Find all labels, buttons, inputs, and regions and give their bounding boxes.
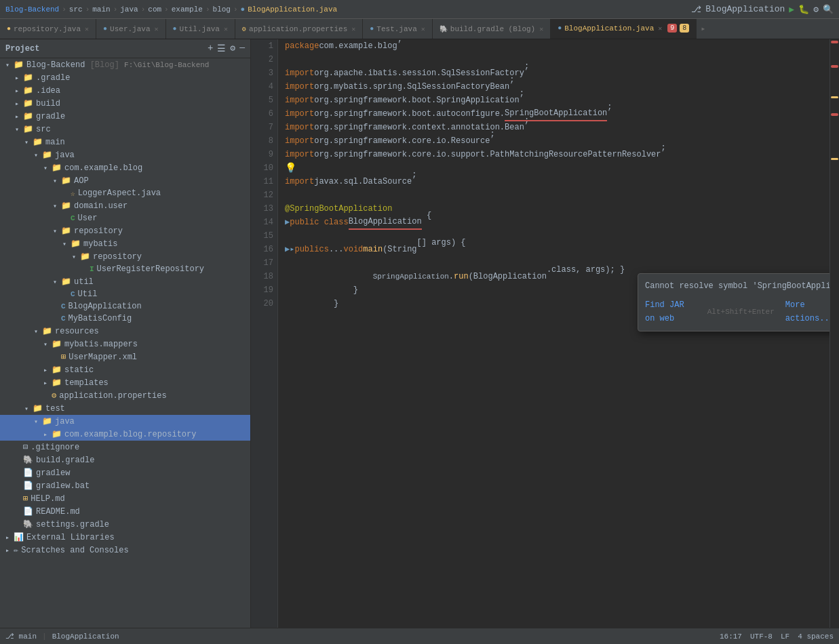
breadcrumb-src[interactable]: src <box>69 5 83 14</box>
sidebar-settings-icon[interactable]: ⚙ <box>230 43 235 54</box>
tree-label-resources: resources <box>55 327 99 336</box>
breadcrumb-example[interactable]: example <box>172 5 203 14</box>
breadcrumb-project[interactable]: Blog-Backend <box>5 5 59 14</box>
tree-item-build[interactable]: ▸ 📁 build <box>0 97 250 110</box>
settings-icon[interactable]: ⚙ <box>813 4 819 15</box>
tree-item-user-mapper[interactable]: ▸ ⊞ UserMapper.xml <box>0 350 250 363</box>
tree-item-main[interactable]: ▾ 📁 main <box>0 136 250 148</box>
tree-item-gradlew-bat[interactable]: ▸ 📄 gradlew.bat <box>0 479 250 492</box>
tree-item-help-md[interactable]: ▸ ⊞ HELP.md <box>0 492 250 505</box>
status-indent[interactable]: 4 spaces <box>798 632 834 641</box>
tree-arrow-root: ▾ <box>3 61 12 69</box>
tree-item-blog-application[interactable]: ▸ C BlogApplication <box>0 300 250 313</box>
tab-close-blogapp[interactable]: ✕ <box>658 24 662 33</box>
tree-item-user-class[interactable]: ▸ C User <box>0 212 250 224</box>
debug-button[interactable]: 🐛 <box>798 4 809 15</box>
status-encoding[interactable]: UTF-8 <box>750 632 773 641</box>
tree-item-readme-md[interactable]: ▸ 📄 README.md <box>0 505 250 518</box>
tree-item-util-folder[interactable]: ▾ 📁 util <box>0 275 250 288</box>
breadcrumb-sep6: › <box>206 5 210 14</box>
tree-item-src[interactable]: ▾ 📁 src <box>0 123 250 136</box>
tree-item-gradle-dir[interactable]: ▸ 📁 .gradle <box>0 71 250 84</box>
tree-item-root[interactable]: ▾ 📁 Blog-Backend [Blog] F:\Git\Blog-Back… <box>0 58 250 71</box>
tree-item-templates[interactable]: ▸ 📁 templates <box>0 376 250 389</box>
tab-close-gradle[interactable]: ✕ <box>539 25 543 33</box>
tab-user[interactable]: ● User.java ✕ <box>96 19 165 39</box>
tree-item-resources[interactable]: ▾ 📁 resources <box>0 325 250 338</box>
tree-item-mybatis-mappers[interactable]: ▾ 📁 mybatis.mappers <box>0 338 250 350</box>
icon-user-mapper-xml: ⊞ <box>61 352 66 362</box>
tree-label-idea: .idea <box>36 86 60 96</box>
status-line-col[interactable]: 16:17 <box>720 632 742 641</box>
tree-label-repo-sub: repository <box>93 252 142 262</box>
breadcrumb-filename[interactable]: BlogApplication.java <box>248 5 337 14</box>
tree-item-gradlew[interactable]: ▸ 📄 gradlew <box>0 466 250 479</box>
tree-item-gradle[interactable]: ▸ 📁 gradle <box>0 110 250 123</box>
tab-label-repository: repository.java <box>14 25 81 33</box>
tree-item-repository-sub[interactable]: ▾ 📁 repository <box>0 250 250 263</box>
tree-item-domain-user[interactable]: ▾ 📁 domain.user <box>0 199 250 212</box>
sidebar-add-icon[interactable]: + <box>208 43 213 54</box>
breadcrumb-java[interactable]: java <box>120 5 138 14</box>
tab-blog-application[interactable]: ● BlogApplication.java ✕ 9 8 <box>551 19 697 39</box>
tree-item-com-example-blog[interactable]: ▾ 📁 com.example.blog <box>0 161 250 174</box>
icon-gradlew-bat: 📄 <box>23 481 33 491</box>
icon-util-class: C <box>71 290 75 298</box>
tree-item-java[interactable]: ▾ 📁 java <box>0 148 250 161</box>
run-config[interactable]: BlogApplication <box>705 4 785 14</box>
status-branch[interactable]: ⎇ main <box>5 632 37 641</box>
sidebar-collapse-icon[interactable]: ☰ <box>217 43 226 54</box>
tab-close-util[interactable]: ✕ <box>224 25 228 33</box>
tab-application-properties[interactable]: ⚙ application.properties ✕ <box>235 19 363 39</box>
tree-item-test[interactable]: ▾ 📁 test <box>0 402 250 415</box>
breadcrumb-blog[interactable]: blog <box>213 5 231 14</box>
tree-item-test-repo[interactable]: ▸ 📁 com.example.blog.repository <box>0 428 250 441</box>
tree-item-scratches[interactable]: ▸ ✏ Scratches and Consoles <box>0 544 250 557</box>
breadcrumb: Blog-Backend › src › main › java › com ›… <box>5 5 691 14</box>
tab-build-gradle[interactable]: 🐘 build.gradle (Blog) ✕ <box>433 19 551 39</box>
folder-icon-test-repo: 📁 <box>52 429 62 439</box>
tab-test[interactable]: ● Test.java ✕ <box>363 19 432 39</box>
breadcrumb-com[interactable]: com <box>148 5 161 14</box>
tree-item-util-class[interactable]: ▸ C Util <box>0 288 250 300</box>
find-jar-link[interactable]: Find JAR on web <box>645 298 697 325</box>
folder-icon-mybatis: 📁 <box>71 239 81 249</box>
tree-item-build-gradle[interactable]: ▸ 🐘 build.gradle <box>0 454 250 466</box>
sidebar-minimize-icon[interactable]: — <box>239 43 245 54</box>
tree-item-app-properties[interactable]: ▸ ⚙ application.properties <box>0 389 250 402</box>
tab-close-repository[interactable]: ✕ <box>85 25 89 33</box>
tab-util[interactable]: ● Util.java ✕ <box>166 19 235 39</box>
tab-scroll-right[interactable]: ▸ <box>697 19 709 39</box>
status-line-ending[interactable]: LF <box>781 632 789 641</box>
tab-label-gradle: build.gradle (Blog) <box>450 25 535 33</box>
tree-item-repository-folder[interactable]: ▾ 📁 repository <box>0 224 250 237</box>
git-icon[interactable]: ⎇ <box>691 4 701 15</box>
breadcrumb-sep5: › <box>164 5 169 14</box>
tree-item-static[interactable]: ▸ 📁 static <box>0 363 250 376</box>
breadcrumb-main[interactable]: main <box>92 5 110 14</box>
tree-item-idea[interactable]: ▸ 📁 .idea <box>0 84 250 97</box>
tree-item-aop[interactable]: ▾ 📁 AOP <box>0 174 250 187</box>
tree-item-user-register-repo[interactable]: ▸ I UserRegisterRepository <box>0 263 250 275</box>
tab-close-appprops[interactable]: ✕ <box>351 25 355 33</box>
tab-repository[interactable]: ● repository.java ✕ <box>0 19 96 39</box>
code-line-7: import org.springframework.context.annot… <box>285 121 830 134</box>
tab-close-user[interactable]: ✕ <box>155 25 159 33</box>
tree-item-external-libs[interactable]: ▸ 📊 External Libraries <box>0 531 250 544</box>
tree-item-mybatis[interactable]: ▾ 📁 mybatis <box>0 237 250 250</box>
tab-close-test[interactable]: ✕ <box>421 25 425 33</box>
tree-label-java: java <box>55 150 75 160</box>
tree-item-test-java[interactable]: ▾ 📁 java <box>0 415 250 428</box>
tree-item-gitignore[interactable]: ▸ ⊟ .gitignore <box>0 441 250 454</box>
code-editor[interactable]: package com.example.blog; import org.apa… <box>278 39 830 628</box>
search-icon[interactable]: 🔍 <box>823 4 834 15</box>
tree-arrow-idea: ▸ <box>12 87 22 95</box>
tree-item-settings-gradle[interactable]: ▸ 🐘 settings.gradle <box>0 518 250 531</box>
tree-item-mybatis-config[interactable]: ▸ C MyBatisConfig <box>0 313 250 325</box>
run-button[interactable]: ▶ <box>789 4 794 15</box>
tree-item-logger-aspect[interactable]: ▸ ☆ LoggerAspect.java <box>0 187 250 199</box>
tree-arrow-static: ▸ <box>41 366 50 374</box>
tree-arrow-repo-folder: ▾ <box>50 227 60 235</box>
more-actions-link[interactable]: More actions... <box>785 298 830 325</box>
tree-label-domain: domain.user <box>74 201 128 211</box>
